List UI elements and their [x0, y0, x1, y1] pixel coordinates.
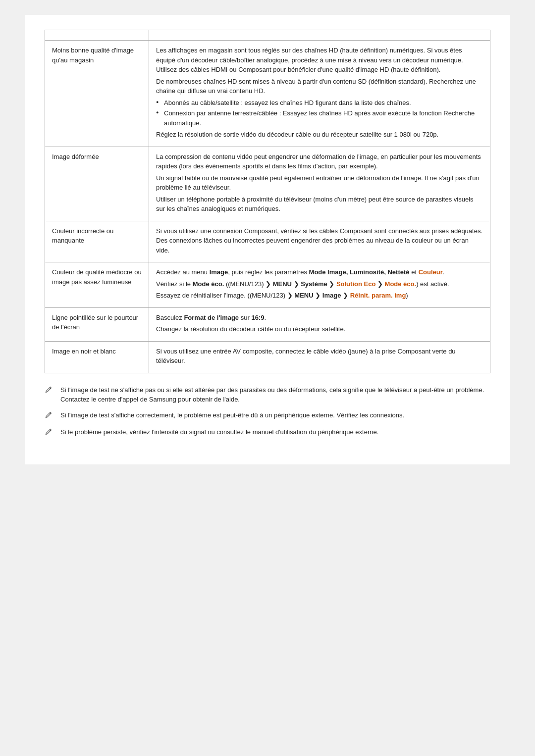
solution-text: Changez la résolution du décodeur câble … — [156, 324, 483, 334]
problem-cell: Image en noir et blanc — [45, 341, 149, 373]
pencil-icon — [45, 386, 55, 397]
solution-cell: Accédez au menu Image, puis réglez les p… — [149, 262, 490, 308]
troubleshoot-table: Moins bonne qualité d'image qu'au magasi… — [45, 30, 490, 373]
table-row: Moins bonne qualité d'image qu'au magasi… — [45, 41, 490, 147]
table-row: Image en noir et blancSi vous utilisez u… — [45, 341, 490, 373]
table-row: Image déforméeLa compression de contenu … — [45, 147, 490, 221]
footnote-text: Si le problème persiste, vérifiez l'inte… — [60, 427, 490, 437]
table-row: Ligne pointillée sur le pourtour de l'éc… — [45, 307, 490, 341]
col-header-problem — [45, 30, 149, 41]
solution-text: La compression de contenu vidéo peut eng… — [156, 152, 483, 171]
solution-cell: Si vous utilisez une entrée AV composite… — [149, 341, 490, 373]
solution-text: Réglez la résolution de sortie vidéo du … — [156, 130, 483, 140]
solution-mixed: Essayez de réinitialiser l'image. ((MENU… — [156, 291, 483, 301]
list-item: Connexion par antenne terrestre/câblée :… — [156, 108, 483, 128]
bullet-list: Abonnés au câble/satellite : essayez les… — [156, 98, 483, 128]
solution-mixed: Basculez Format de l'image sur 16:9. — [156, 313, 483, 323]
solution-text: Un signal faible ou de mauvaise qualité … — [156, 173, 483, 193]
table-row: Couleur de qualité médiocre ou image pas… — [45, 262, 490, 308]
solution-text: Les affichages en magasin sont tous régl… — [156, 46, 483, 75]
problem-cell: Couleur de qualité médiocre ou image pas… — [45, 262, 149, 308]
col-header-solution — [149, 30, 490, 41]
footnote-item: Si l'image de test s'affiche correctemen… — [45, 410, 490, 422]
solution-text: Si vous utilisez une connexion Composant… — [156, 226, 483, 255]
pencil-icon — [45, 428, 55, 439]
solution-mixed: Accédez au menu Image, puis réglez les p… — [156, 267, 483, 277]
problem-cell: Ligne pointillée sur le pourtour de l'éc… — [45, 307, 149, 341]
problem-cell: Moins bonne qualité d'image qu'au magasi… — [45, 41, 149, 147]
solution-cell: Si vous utilisez une connexion Composant… — [149, 221, 490, 262]
footnote-text: Si l'image de test ne s'affiche pas ou s… — [60, 385, 490, 404]
footnotes-section: Si l'image de test ne s'affiche pas ou s… — [45, 385, 490, 439]
solution-cell: Les affichages en magasin sont tous régl… — [149, 41, 490, 147]
solution-text: Utiliser un téléphone portable à proximi… — [156, 195, 483, 214]
solution-text: De nombreuses chaînes HD sont mises à ni… — [156, 77, 483, 96]
problem-cell: Image déformée — [45, 147, 149, 221]
page-container: Moins bonne qualité d'image qu'au magasi… — [25, 15, 510, 464]
footnote-item: Si l'image de test ne s'affiche pas ou s… — [45, 385, 490, 404]
footnote-item: Si le problème persiste, vérifiez l'inte… — [45, 427, 490, 439]
list-item: Abonnés au câble/satellite : essayez les… — [156, 98, 483, 108]
solution-text: Si vous utilisez une entrée AV composite… — [156, 347, 483, 366]
footnote-text: Si l'image de test s'affiche correctemen… — [60, 410, 490, 420]
problem-cell: Couleur incorrecte ou manquante — [45, 221, 149, 262]
solution-mixed: Vérifiez si le Mode éco. ((MENU/123) ❯ M… — [156, 279, 483, 289]
pencil-icon — [45, 411, 55, 422]
table-row: Couleur incorrecte ou manquanteSi vous u… — [45, 221, 490, 262]
solution-cell: Basculez Format de l'image sur 16:9.Chan… — [149, 307, 490, 341]
solution-cell: La compression de contenu vidéo peut eng… — [149, 147, 490, 221]
